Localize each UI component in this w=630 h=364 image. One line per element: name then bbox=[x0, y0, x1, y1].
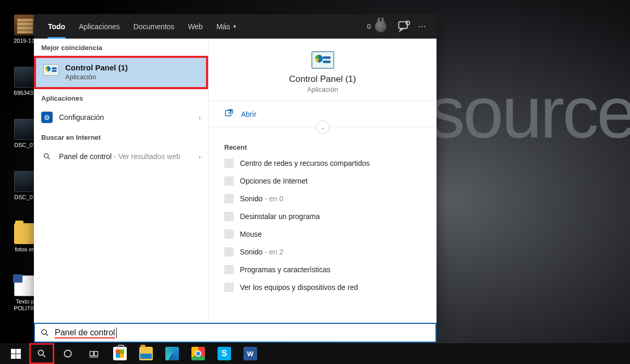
control-panel-icon bbox=[311, 51, 334, 69]
folder-icon bbox=[139, 347, 153, 360]
search-icon bbox=[40, 328, 50, 337]
search-tabs: TodoAplicacionesDocumentosWebMás▼ 0 ⋯ bbox=[34, 14, 437, 39]
taskbar-search-button[interactable] bbox=[29, 343, 54, 364]
edge-icon bbox=[165, 347, 179, 360]
placeholder-icon bbox=[224, 159, 234, 168]
preview-right-pane: Control Panel (1) Aplicación Abrir ⌄ Rec… bbox=[209, 39, 437, 323]
search-tab-aplicaciones[interactable]: Aplicaciones bbox=[72, 14, 127, 39]
chrome-button[interactable] bbox=[186, 343, 211, 364]
best-match-subtitle: Aplicación bbox=[65, 73, 128, 81]
web-search-result[interactable]: Panel de control - Ver resultados web › bbox=[34, 145, 208, 167]
chevron-right-icon: › bbox=[199, 114, 201, 122]
recent-header: Recent bbox=[209, 134, 437, 154]
chevron-right-icon: › bbox=[199, 153, 201, 161]
more-options-icon[interactable]: ⋯ bbox=[415, 19, 429, 34]
microsoft-store-button[interactable] bbox=[107, 343, 132, 364]
search-internet-header: Buscar en Internet bbox=[34, 128, 208, 145]
recent-item-label: Opciones de Internet bbox=[240, 177, 308, 185]
skype-button[interactable]: S bbox=[212, 343, 237, 364]
cortana-button[interactable] bbox=[55, 343, 80, 364]
recent-item-label: Sonido - en 0 bbox=[240, 195, 283, 203]
rewards-medal-icon[interactable] bbox=[375, 21, 386, 32]
file-icon bbox=[14, 223, 36, 244]
recent-item-label: Ver los equipos y dispositivos de red bbox=[240, 283, 358, 292]
task-view-button[interactable] bbox=[81, 343, 106, 364]
recent-item[interactable]: Programas y características bbox=[209, 261, 437, 278]
open-icon bbox=[224, 108, 234, 119]
windows-logo-icon bbox=[11, 349, 21, 359]
recent-item[interactable]: Sonido - en 2 bbox=[209, 243, 437, 261]
svg-point-2 bbox=[44, 154, 49, 158]
placeholder-icon bbox=[224, 229, 234, 239]
search-icon bbox=[41, 151, 53, 162]
file-icon bbox=[14, 119, 36, 140]
recent-item-label: Programas y características bbox=[240, 265, 331, 274]
placeholder-icon bbox=[224, 265, 234, 274]
file-icon bbox=[14, 15, 36, 35]
recent-item[interactable]: Ver los equipos y dispositivos de red bbox=[209, 278, 437, 296]
preview-hero: Control Panel (1) Aplicación bbox=[209, 39, 437, 101]
rewards-points: 0 bbox=[367, 22, 371, 30]
placeholder-icon bbox=[224, 212, 234, 221]
chrome-icon bbox=[191, 347, 205, 360]
recent-item-label: Desinstalar un programa bbox=[240, 212, 320, 221]
file-explorer-button[interactable] bbox=[134, 343, 159, 364]
recent-item-label: Sonido - en 2 bbox=[240, 248, 283, 256]
settings-result[interactable]: ⚙ Configuración › bbox=[34, 106, 208, 128]
results-left-pane: Mejor coincidencia Control Panel (1) Apl… bbox=[34, 39, 209, 323]
recent-item-label: Mouse bbox=[240, 230, 262, 238]
search-tab-web[interactable]: Web bbox=[181, 14, 210, 39]
taskbar: S W bbox=[0, 343, 630, 364]
feedback-icon[interactable] bbox=[397, 19, 411, 34]
svg-point-5 bbox=[38, 350, 43, 355]
placeholder-icon bbox=[224, 194, 234, 203]
search-tab-todo[interactable]: Todo bbox=[41, 14, 72, 39]
start-button[interactable] bbox=[3, 343, 28, 364]
best-match-result[interactable]: Control Panel (1) Aplicación bbox=[34, 56, 208, 89]
svg-point-1 bbox=[406, 21, 410, 25]
placeholder-icon bbox=[224, 176, 234, 186]
file-icon bbox=[14, 171, 36, 192]
svg-point-4 bbox=[42, 330, 46, 334]
word-button[interactable]: W bbox=[238, 343, 263, 364]
search-panel: TodoAplicacionesDocumentosWebMás▼ 0 ⋯ Me… bbox=[34, 14, 437, 323]
desktop-background: oadsource 2019-11-6953431DSC_07DSC_07fot… bbox=[0, 0, 630, 364]
best-match-title: Control Panel (1) bbox=[65, 63, 128, 72]
skype-icon: S bbox=[217, 347, 231, 360]
recent-item[interactable]: Desinstalar un programa bbox=[209, 208, 437, 225]
search-tab-más[interactable]: Más▼ bbox=[210, 14, 244, 39]
search-input[interactable]: Panel de control bbox=[34, 323, 437, 343]
text-cursor bbox=[116, 327, 117, 338]
placeholder-icon bbox=[224, 283, 234, 292]
applications-header: Aplicaciones bbox=[34, 89, 208, 106]
best-match-header: Mejor coincidencia bbox=[34, 39, 208, 56]
recent-item[interactable]: Opciones de Internet bbox=[209, 172, 437, 190]
file-icon bbox=[14, 67, 36, 88]
preview-subtitle: Aplicación bbox=[209, 86, 437, 93]
recent-item[interactable]: Centro de redes y recursos compartidos bbox=[209, 154, 437, 172]
control-panel-icon bbox=[43, 64, 59, 76]
caret-down-icon: ▼ bbox=[232, 24, 237, 29]
svg-rect-7 bbox=[90, 351, 94, 356]
store-icon bbox=[113, 347, 127, 360]
svg-point-6 bbox=[64, 350, 71, 357]
svg-rect-3 bbox=[225, 111, 231, 116]
recent-item[interactable]: Mouse bbox=[209, 225, 437, 243]
word-icon: W bbox=[244, 347, 257, 360]
preview-title: Control Panel (1) bbox=[209, 74, 437, 84]
placeholder-icon bbox=[224, 247, 234, 257]
recent-item[interactable]: Sonido - en 0 bbox=[209, 190, 437, 208]
svg-rect-8 bbox=[94, 351, 98, 356]
gear-icon: ⚙ bbox=[41, 112, 53, 123]
recent-item-label: Centro de redes y recursos compartidos bbox=[240, 159, 370, 167]
edge-button[interactable] bbox=[160, 343, 185, 364]
search-tab-documentos[interactable]: Documentos bbox=[127, 14, 181, 39]
expand-actions-button[interactable]: ⌄ bbox=[316, 120, 330, 134]
search-query-text: Panel de control bbox=[55, 328, 115, 337]
file-icon bbox=[14, 275, 36, 296]
